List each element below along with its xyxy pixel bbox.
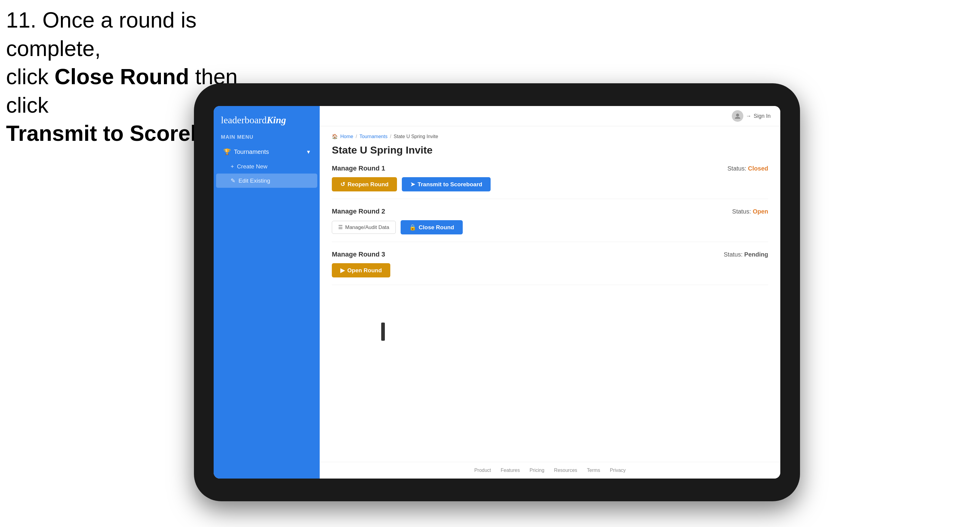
- round-2-status-value: Open: [753, 208, 768, 215]
- breadcrumb: 🏠 Home / Tournaments / State U Spring In…: [332, 133, 768, 139]
- sign-in-text: Sign In: [754, 113, 771, 119]
- round-3-actions: ▶ Open Round: [332, 263, 768, 278]
- round-2-header: Manage Round 2 Status: Open: [332, 208, 768, 215]
- page-title: State U Spring Invite: [332, 144, 768, 156]
- main-menu-label: MAIN MENU: [214, 132, 320, 144]
- round-1-title: Manage Round 1: [332, 165, 385, 172]
- sign-in-button[interactable]: → Sign In: [732, 110, 771, 122]
- tournaments-label: Tournaments: [234, 148, 269, 156]
- breadcrumb-home[interactable]: Home: [340, 134, 353, 139]
- transmit-label: Transmit to Scoreboard: [418, 181, 482, 188]
- close-icon: 🔒: [409, 224, 416, 231]
- tablet-screen: leaderboardKing MAIN MENU 🏆 Tournaments …: [214, 106, 780, 479]
- footer: Product Features Pricing Resources Terms…: [320, 462, 780, 479]
- instruction-bold1: Close Round: [54, 65, 189, 89]
- svg-point-2: [736, 114, 739, 117]
- reopen-label: Reopen Round: [348, 181, 388, 188]
- round-3-status: Status: Pending: [724, 251, 768, 258]
- round-1-header: Manage Round 1 Status: Closed: [332, 165, 768, 172]
- sidebar-item-edit-existing[interactable]: ✎ Edit Existing: [216, 173, 317, 188]
- logo: leaderboardKing: [221, 114, 312, 126]
- round-3-title: Manage Round 3: [332, 251, 385, 258]
- footer-pricing[interactable]: Pricing: [530, 468, 544, 473]
- breadcrumb-current: State U Spring Invite: [394, 134, 438, 139]
- open-round-button[interactable]: ▶ Open Round: [332, 263, 390, 278]
- create-new-label: Create New: [237, 163, 267, 170]
- breadcrumb-sep1: /: [356, 134, 357, 139]
- app-layout: leaderboardKing MAIN MENU 🏆 Tournaments …: [214, 106, 780, 479]
- edit-existing-label: Edit Existing: [239, 178, 270, 184]
- round-3-status-value: Pending: [744, 251, 768, 258]
- round-3-card: Manage Round 3 Status: Pending ▶ Open Ro…: [332, 251, 768, 285]
- instruction-line1: 11. Once a round is complete,: [6, 8, 196, 60]
- avatar: [732, 110, 743, 122]
- sidebar-item-tournaments[interactable]: 🏆 Tournaments ▾: [216, 144, 317, 160]
- top-bar: → Sign In: [320, 106, 780, 126]
- footer-features[interactable]: Features: [501, 468, 520, 473]
- sidebar-item-create-new[interactable]: + Create New: [216, 160, 317, 173]
- sidebar: leaderboardKing MAIN MENU 🏆 Tournaments …: [214, 106, 320, 479]
- round-2-status-label: Status:: [732, 208, 751, 215]
- trophy-icon: 🏆: [223, 148, 231, 156]
- round-1-card: Manage Round 1 Status: Closed ↺ Reopen R…: [332, 165, 768, 199]
- round-1-actions: ↺ Reopen Round ➤ Transmit to Scoreboard: [332, 177, 768, 191]
- round-2-card: Manage Round 2 Status: Open ☰ Manage/Aud…: [332, 208, 768, 242]
- audit-icon: ☰: [338, 224, 343, 230]
- footer-terms[interactable]: Terms: [587, 468, 600, 473]
- round-3-header: Manage Round 3 Status: Pending: [332, 251, 768, 258]
- user-icon: [734, 113, 741, 119]
- audit-label: Manage/Audit Data: [345, 224, 390, 230]
- round-2-title: Manage Round 2: [332, 208, 385, 215]
- chevron-down-icon: ▾: [307, 148, 310, 156]
- breadcrumb-sep2: /: [390, 134, 391, 139]
- logo-bold: King: [267, 114, 286, 125]
- transmit-to-scoreboard-button[interactable]: ➤ Transmit to Scoreboard: [402, 177, 491, 191]
- round-2-status: Status: Open: [732, 208, 768, 215]
- close-round-button[interactable]: 🔒 Close Round: [401, 220, 463, 235]
- instruction-line2: click: [6, 65, 54, 89]
- main-content: → Sign In 🏠 Home / Tournaments / State U…: [320, 106, 780, 479]
- round-1-status: Status: Closed: [727, 165, 768, 172]
- open-label: Open Round: [347, 267, 382, 274]
- transmit-icon: ➤: [410, 181, 415, 188]
- reopen-icon: ↺: [340, 181, 345, 188]
- round-1-status-value: Closed: [748, 165, 768, 172]
- sidebar-logo: leaderboardKing: [214, 106, 320, 132]
- footer-privacy[interactable]: Privacy: [610, 468, 625, 473]
- tablet-side-button: [381, 322, 385, 341]
- plus-icon: +: [231, 163, 234, 170]
- reopen-round-button[interactable]: ↺ Reopen Round: [332, 177, 397, 191]
- round-1-status-label: Status:: [727, 165, 746, 172]
- home-icon: 🏠: [332, 133, 338, 139]
- edit-icon: ✎: [231, 177, 235, 184]
- manage-audit-button[interactable]: ☰ Manage/Audit Data: [332, 221, 396, 234]
- footer-resources[interactable]: Resources: [554, 468, 577, 473]
- sign-in-label: →: [746, 113, 751, 119]
- nav-left-tournaments: 🏆 Tournaments: [223, 148, 269, 156]
- open-icon: ▶: [340, 267, 345, 274]
- footer-product[interactable]: Product: [474, 468, 491, 473]
- close-label: Close Round: [419, 224, 454, 231]
- content-area: 🏠 Home / Tournaments / State U Spring In…: [320, 126, 780, 462]
- breadcrumb-tournaments[interactable]: Tournaments: [360, 134, 388, 139]
- round-2-actions: ☰ Manage/Audit Data 🔒 Close Round: [332, 220, 768, 235]
- round-3-status-label: Status:: [724, 251, 743, 258]
- tablet-device: leaderboardKing MAIN MENU 🏆 Tournaments …: [194, 83, 800, 501]
